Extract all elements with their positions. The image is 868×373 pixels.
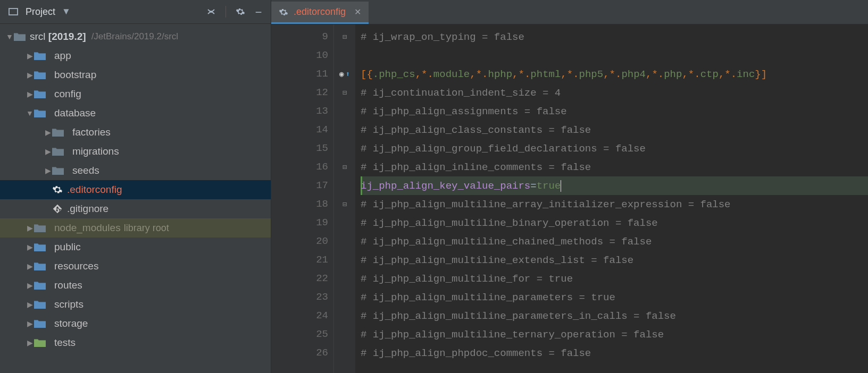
svg-marker-10 (52, 129, 64, 137)
project-sidebar: Project ▼ － ▼srcl [2019.2]/JetBrains/201… (0, 0, 271, 373)
fold-icon[interactable]: ⊟ (343, 200, 347, 209)
svg-marker-22 (34, 282, 46, 290)
code-line[interactable]: # ij_continuation_indent_size = 4 (361, 83, 868, 102)
code-line[interactable]: # ij_php_align_phpdoc_comments = false (361, 344, 868, 362)
svg-marker-4 (34, 72, 46, 79)
tree-item-public[interactable]: ▶public (0, 238, 271, 257)
tree-item-tests[interactable]: ▶tests (0, 333, 271, 352)
svg-marker-5 (34, 71, 46, 73)
project-tree[interactable]: ▼srcl [2019.2]/JetBrains/2019.2/srcl▶app… (0, 24, 271, 373)
tree-item-gitignore[interactable]: .gitignore (0, 199, 271, 218)
svg-marker-12 (52, 148, 64, 156)
tree-item-nodemodules[interactable]: ▶node_moduleslibrary root (0, 218, 271, 238)
hide-icon[interactable]: － (252, 5, 265, 19)
tab-label: .editorconfig (294, 6, 346, 18)
svg-marker-18 (34, 244, 46, 251)
svg-marker-26 (34, 320, 46, 328)
code-line[interactable]: # ij_php_align_class_constants = false (361, 121, 868, 139)
tree-item-bootstrap[interactable]: ▶bootstrap (0, 65, 271, 84)
code-line[interactable] (361, 46, 868, 65)
svg-marker-27 (34, 320, 46, 321)
tree-root[interactable]: ▼srcl [2019.2]/JetBrains/2019.2/srcl (0, 27, 271, 46)
svg-marker-21 (34, 262, 46, 264)
svg-marker-0 (14, 33, 26, 41)
tree-item-scripts[interactable]: ▶scripts (0, 295, 271, 314)
collapse-all-icon[interactable] (204, 5, 218, 19)
tree-item-editorconfig[interactable]: .editorconfig (0, 180, 271, 199)
tree-item-migrations[interactable]: ▶migrations (0, 142, 271, 161)
tab-bar: .editorconfig ✕ (271, 0, 868, 24)
tree-item-factories[interactable]: ▶factories (0, 123, 271, 142)
svg-marker-17 (34, 224, 46, 226)
svg-marker-9 (34, 109, 46, 111)
svg-marker-20 (34, 263, 46, 270)
close-icon[interactable]: ✕ (354, 7, 361, 17)
code-line[interactable]: # ij_wrap_on_typing = false (361, 28, 868, 46)
tree-item-resources[interactable]: ▶resources (0, 257, 271, 276)
code-line[interactable]: # ij_php_align_multiline_parameters_in_c… (361, 307, 868, 325)
svg-marker-14 (52, 167, 64, 175)
svg-marker-25 (34, 301, 46, 302)
code-line[interactable]: [{.php_cs,*.module,*.hphp,*.phtml,*.php5… (361, 65, 868, 83)
svg-marker-28 (34, 340, 46, 347)
code-lines[interactable]: # ij_wrap_on_typing = false[{.php_cs,*.m… (355, 24, 868, 373)
code-line[interactable]: ij_php_align_key_value_pairs = true (361, 176, 868, 195)
svg-marker-8 (34, 110, 46, 117)
dropdown-icon[interactable]: ▼ (62, 6, 71, 17)
svg-marker-6 (34, 91, 46, 98)
tree-item-app[interactable]: ▶app (0, 46, 271, 65)
code-line[interactable]: # ij_php_align_multiline_binary_operatio… (361, 214, 868, 232)
svg-marker-19 (34, 243, 46, 245)
code-line[interactable]: # ij_php_align_multiline_parameters = tr… (361, 288, 868, 307)
project-icon (9, 8, 18, 15)
svg-marker-24 (34, 301, 46, 309)
code-line[interactable]: # ij_php_align_multiline_for = true (361, 269, 868, 288)
project-header: Project ▼ － (0, 0, 271, 24)
code-line[interactable]: # ij_php_align_group_field_declarations … (361, 139, 868, 158)
tree-item-storage[interactable]: ▶storage (0, 314, 271, 333)
tree-item-seeds[interactable]: ▶seeds (0, 161, 271, 180)
code-line[interactable]: # ij_php_align_multiline_chained_methods… (361, 232, 868, 251)
svg-marker-7 (34, 90, 46, 92)
svg-marker-11 (52, 129, 64, 130)
gear-icon[interactable] (233, 5, 247, 19)
svg-marker-16 (34, 225, 46, 232)
tree-item-routes[interactable]: ▶routes (0, 276, 271, 295)
fold-icon[interactable]: ⊟ (343, 32, 347, 41)
code-line[interactable]: # ij_php_align_inline_comments = false (361, 158, 868, 176)
gutter-icons[interactable]: ⊟◉⬆⊟⊟⊟ (334, 24, 355, 373)
svg-marker-23 (34, 282, 46, 283)
tab-editorconfig[interactable]: .editorconfig ✕ (271, 2, 369, 24)
fold-icon[interactable]: ⊟ (343, 163, 347, 172)
gear-icon (279, 7, 288, 17)
line-gutter[interactable]: 91011121314151617181920212223242526 (271, 24, 334, 373)
code-line[interactable]: # ij_php_align_multiline_extends_list = … (361, 251, 868, 269)
svg-marker-1 (14, 33, 26, 35)
project-title[interactable]: Project (26, 6, 55, 18)
code-line[interactable]: # ij_php_align_multiline_ternary_operati… (361, 325, 868, 344)
code-line[interactable]: # ij_php_align_multiline_array_initializ… (361, 195, 868, 214)
svg-marker-13 (52, 148, 64, 149)
override-icon[interactable]: ⬆ (346, 70, 350, 79)
eye-icon[interactable]: ◉ (339, 69, 344, 79)
editor-pane: .editorconfig ✕ 910111213141516171819202… (271, 0, 868, 373)
svg-marker-15 (52, 167, 64, 168)
svg-marker-3 (34, 52, 46, 54)
code-area: 91011121314151617181920212223242526 ⊟◉⬆⊟… (271, 24, 868, 373)
code-line[interactable]: # ij_php_align_assignments = false (361, 102, 868, 121)
fold-icon[interactable]: ⊟ (343, 88, 347, 97)
svg-marker-2 (34, 53, 46, 60)
tree-item-config[interactable]: ▶config (0, 84, 271, 104)
svg-marker-29 (34, 339, 46, 341)
tree-item-database[interactable]: ▼database (0, 104, 271, 123)
